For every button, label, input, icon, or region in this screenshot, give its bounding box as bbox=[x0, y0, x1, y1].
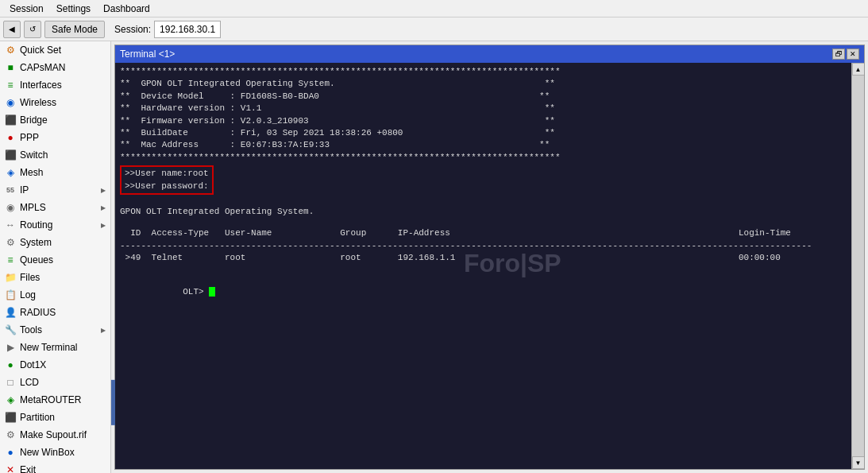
sidebar-label-metarouter: MetaROUTER bbox=[20, 394, 106, 405]
quick-set-icon: ⚙ bbox=[5, 45, 16, 56]
term-prompt-line: OLT> bbox=[120, 273, 847, 310]
sidebar-label-radius: RADIUS bbox=[20, 307, 106, 318]
sidebar-item-mpls[interactable]: ◉ MPLS ▶ bbox=[0, 199, 110, 216]
sidebar-label-bridge: Bridge bbox=[20, 114, 106, 126]
new-terminal-icon: ▶ bbox=[5, 342, 16, 353]
scrollbar-up-button[interactable]: ▲ bbox=[852, 63, 865, 76]
sidebar-item-ip[interactable]: 55 IP ▶ bbox=[0, 181, 110, 199]
term-line3: ** Hardware version : V1.1 ** bbox=[120, 103, 847, 114]
mpls-icon: ◉ bbox=[5, 202, 16, 213]
menu-settings[interactable]: Settings bbox=[50, 2, 97, 16]
sidebar-item-make-supout[interactable]: ⚙ Make Supout.rif bbox=[0, 426, 110, 444]
sidebar-item-dot1x[interactable]: ● Dot1X bbox=[0, 356, 110, 374]
queues-icon: ≡ bbox=[5, 254, 16, 266]
tools-arrow: ▶ bbox=[101, 327, 106, 334]
sidebar-item-tools[interactable]: 🔧 Tools ▶ bbox=[0, 321, 110, 339]
terminal-scrollbar: ▲ ▼ bbox=[851, 63, 864, 469]
sidebar-label-partition: Partition bbox=[20, 412, 106, 423]
term-line1: ** GPON OLT Integrated Operating System.… bbox=[120, 78, 847, 90]
routing-arrow: ▶ bbox=[101, 222, 106, 229]
sidebar-item-capsman[interactable]: ■ CAPsMAN bbox=[0, 59, 110, 76]
main-layout: ⚙ Quick Set ■ CAPsMAN ≡ Interfaces ◉ Wir… bbox=[0, 41, 868, 473]
partition-icon: ⬛ bbox=[5, 412, 16, 423]
sidebar-item-queues[interactable]: ≡ Queues bbox=[0, 251, 110, 269]
terminal-controls: 🗗 ✕ bbox=[832, 48, 859, 60]
ip-arrow: ▶ bbox=[101, 187, 106, 194]
sidebar-item-partition[interactable]: ⬛ Partition bbox=[0, 409, 110, 426]
term-line4: ** Firmware version : V2.0.3_210903 ** bbox=[120, 115, 847, 127]
sidebar-label-queues: Queues bbox=[20, 254, 106, 266]
terminal-body[interactable]: Foro|SP ********************************… bbox=[115, 63, 851, 469]
sidebar-item-exit[interactable]: ✕ Exit bbox=[0, 461, 110, 473]
session-value: 192.168.30.1 bbox=[154, 21, 221, 38]
sidebar-item-log[interactable]: 📋 Log bbox=[0, 286, 110, 304]
sidebar-label-capsman: CAPsMAN bbox=[20, 62, 106, 73]
terminal-with-scroll: Foro|SP ********************************… bbox=[115, 63, 864, 469]
terminal-titlebar: Terminal <1> 🗗 ✕ bbox=[115, 45, 864, 63]
sidebar-item-metarouter[interactable]: ◈ MetaROUTER bbox=[0, 391, 110, 409]
term-line-stars1: ****************************************… bbox=[120, 66, 847, 78]
term-username: >>User name:root bbox=[125, 168, 209, 180]
sidebar-label-dot1x: Dot1X bbox=[20, 359, 106, 370]
sidebar-item-radius[interactable]: 👤 RADIUS bbox=[0, 304, 110, 321]
sidebar-item-mesh[interactable]: ◈ Mesh bbox=[0, 164, 110, 181]
scrollbar-track[interactable] bbox=[852, 76, 864, 456]
sidebar-label-log: Log bbox=[20, 289, 106, 300]
terminal-close-button[interactable]: ✕ bbox=[847, 48, 859, 60]
sidebar-label-ip: IP bbox=[20, 184, 97, 196]
lcd-icon: □ bbox=[5, 377, 16, 388]
menu-dashboard[interactable]: Dashboard bbox=[97, 2, 156, 16]
menu-session[interactable]: Session bbox=[3, 2, 50, 16]
sidebar-item-switch[interactable]: ⬛ Switch bbox=[0, 146, 110, 164]
ppp-icon: ● bbox=[5, 132, 16, 143]
term-prompt-text: OLT> bbox=[183, 287, 209, 297]
session-label: Session: bbox=[114, 24, 151, 35]
sidebar-item-bridge[interactable]: ⬛ Bridge bbox=[0, 111, 110, 129]
sidebar-item-ppp[interactable]: ● PPP bbox=[0, 129, 110, 146]
sidebar-label-new-terminal: New Terminal bbox=[20, 342, 106, 353]
term-line-stars2: ****************************************… bbox=[120, 152, 847, 164]
menu-bar: Session Settings Dashboard bbox=[0, 0, 868, 17]
sidebar-label-mesh: Mesh bbox=[20, 167, 106, 178]
log-icon: 📋 bbox=[5, 289, 16, 300]
metarouter-icon: ◈ bbox=[5, 394, 16, 405]
terminal-title: Terminal <1> bbox=[120, 48, 175, 60]
sidebar-item-wireless[interactable]: ◉ Wireless bbox=[0, 94, 110, 111]
mpls-arrow: ▶ bbox=[101, 204, 106, 211]
routing-icon: ↔ bbox=[5, 219, 16, 231]
sidebar-label-tools: Tools bbox=[20, 324, 97, 335]
sidebar-item-lcd[interactable]: □ LCD bbox=[0, 374, 110, 391]
terminal-window: Terminal <1> 🗗 ✕ Foro|SP ***************… bbox=[114, 45, 865, 470]
content-area: WinBox Terminal <1> 🗗 ✕ Foro|SP ********… bbox=[111, 41, 868, 473]
capsman-icon: ■ bbox=[5, 62, 16, 73]
files-icon: 📁 bbox=[5, 272, 16, 283]
sidebar-label-make-supout: Make Supout.rif bbox=[20, 429, 106, 440]
sidebar-item-files[interactable]: 📁 Files bbox=[0, 269, 110, 286]
sidebar-item-interfaces[interactable]: ≡ Interfaces bbox=[0, 76, 110, 94]
switch-icon: ⬛ bbox=[5, 149, 16, 161]
sidebar-item-quick-set[interactable]: ⚙ Quick Set bbox=[0, 41, 110, 59]
tools-icon: 🔧 bbox=[5, 324, 16, 335]
dot1x-icon: ● bbox=[5, 359, 16, 370]
sidebar-item-system[interactable]: ⚙ System bbox=[0, 234, 110, 251]
terminal-restore-button[interactable]: 🗗 bbox=[832, 48, 845, 60]
back-button[interactable]: ◀ bbox=[3, 21, 21, 38]
scrollbar-down-button[interactable]: ▼ bbox=[852, 456, 865, 469]
wireless-icon: ◉ bbox=[5, 97, 16, 108]
new-winbox-icon: ● bbox=[5, 447, 16, 458]
sidebar-item-routing[interactable]: ↔ Routing ▶ bbox=[0, 216, 110, 234]
toolbar: ◀ ↺ Safe Mode Session: 192.168.30.1 bbox=[0, 17, 868, 41]
sidebar-item-new-terminal[interactable]: ▶ New Terminal bbox=[0, 339, 110, 356]
sidebar-label-interfaces: Interfaces bbox=[20, 79, 106, 91]
refresh-button[interactable]: ↺ bbox=[24, 21, 41, 38]
safe-mode-button[interactable]: Safe Mode bbox=[44, 21, 105, 38]
sidebar-label-switch: Switch bbox=[20, 149, 106, 161]
term-line5: ** BuildDate : Fri, 03 Sep 2021 18:38:26… bbox=[120, 127, 847, 139]
sidebar-item-new-winbox[interactable]: ● New WinBox bbox=[0, 444, 110, 461]
term-table-header: ID Access-Type User-Name Group IP-Addres… bbox=[120, 227, 847, 239]
sidebar: ⚙ Quick Set ■ CAPsMAN ≡ Interfaces ◉ Wir… bbox=[0, 41, 111, 473]
system-icon: ⚙ bbox=[5, 237, 16, 248]
interfaces-icon: ≡ bbox=[5, 79, 16, 91]
sidebar-label-wireless: Wireless bbox=[20, 97, 106, 108]
bridge-icon: ⬛ bbox=[5, 114, 16, 126]
